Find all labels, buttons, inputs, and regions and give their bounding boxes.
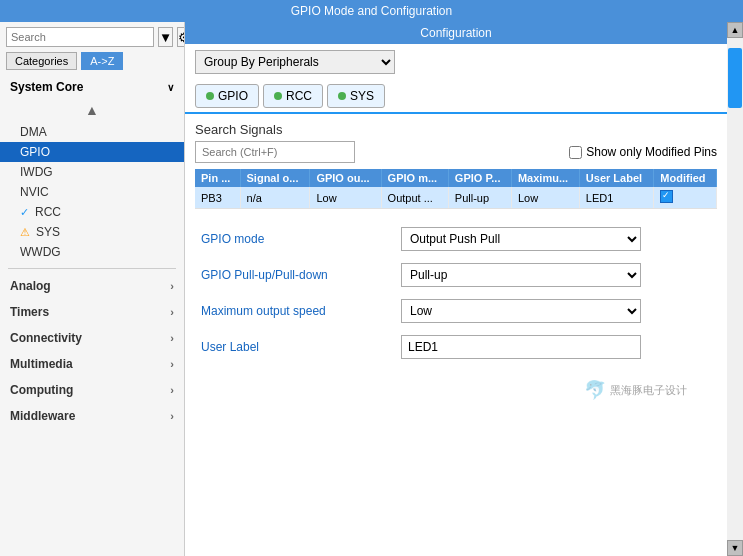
signals-title: Search Signals (195, 122, 717, 137)
sidebar-cat-analog[interactable]: Analog › (0, 273, 184, 299)
table-header-row: Pin ... Signal o... GPIO ou... GPIO m...… (195, 169, 717, 187)
watermark: 🐬 黑海豚电子设计 (584, 379, 687, 401)
top-bar: GPIO Mode and Configuration (0, 0, 743, 22)
user-label-label: User Label (201, 340, 401, 354)
sidebar-item-iwdg[interactable]: IWDG (0, 162, 184, 182)
tab-sys[interactable]: SYS (327, 84, 385, 108)
sidebar-cat-middleware[interactable]: Middleware › (0, 403, 184, 429)
rcc-dot (274, 92, 282, 100)
sidebar-item-gpio[interactable]: GPIO (0, 142, 184, 162)
show-modified-row: Show only Modified Pins (569, 145, 717, 159)
sidebar-cat-timers[interactable]: Timers › (0, 299, 184, 325)
max-speed-row: Maximum output speed Low Medium High (201, 299, 711, 323)
sidebar-cat-connectivity[interactable]: Connectivity › (0, 325, 184, 351)
show-modified-checkbox[interactable] (569, 146, 582, 159)
cell-gpio-mode: Output ... (381, 187, 448, 209)
gpio-dot (206, 92, 214, 100)
col-gpio-output[interactable]: GPIO ou... (310, 169, 381, 187)
gpio-mode-label: GPIO mode (201, 232, 401, 246)
system-core-chevron: ∨ (167, 82, 174, 93)
sidebar-tabs: Categories A->Z (0, 52, 184, 74)
sidebar-search-button[interactable]: ▼ (158, 27, 173, 47)
gpio-pull-label: GPIO Pull-up/Pull-down (201, 268, 401, 282)
show-modified-label: Show only Modified Pins (586, 145, 717, 159)
scroll-down-button[interactable]: ▼ (727, 540, 743, 556)
table-row[interactable]: PB3 n/a Low Output ... Pull-up Low LED1 (195, 187, 717, 209)
tab-gpio[interactable]: GPIO (195, 84, 259, 108)
sidebar-search-input[interactable] (6, 27, 154, 47)
analog-arrow: › (170, 280, 174, 292)
col-max-speed[interactable]: Maximu... (511, 169, 579, 187)
modified-checkbox (660, 190, 673, 203)
col-modified[interactable]: Modified (654, 169, 717, 187)
sidebar-divider-1 (8, 268, 176, 269)
col-gpio-mode[interactable]: GPIO m... (381, 169, 448, 187)
gpio-mode-select[interactable]: Output Push Pull Output Open Drain Input… (401, 227, 641, 251)
sidebar-settings-button[interactable]: ⚙ (177, 27, 185, 47)
gpio-pull-row: GPIO Pull-up/Pull-down No pull-up and no… (201, 263, 711, 287)
cell-gpio-output: Low (310, 187, 381, 209)
tab-categories[interactable]: Categories (6, 52, 77, 70)
top-bar-title: GPIO Mode and Configuration (291, 4, 452, 18)
cell-pin: PB3 (195, 187, 240, 209)
cell-user-label: LED1 (579, 187, 654, 209)
max-speed-label: Maximum output speed (201, 304, 401, 318)
sidebar: ▼ ⚙ Categories A->Z System Core ∨ ▲ DMA … (0, 22, 185, 556)
user-label-row: User Label (201, 335, 711, 359)
sidebar-cat-multimedia[interactable]: Multimedia › (0, 351, 184, 377)
connectivity-arrow: › (170, 332, 174, 344)
tab-az[interactable]: A->Z (81, 52, 123, 70)
scroll-track[interactable] (727, 38, 743, 540)
max-speed-select[interactable]: Low Medium High (401, 299, 641, 323)
col-signal[interactable]: Signal o... (240, 169, 310, 187)
scroll-up-button[interactable]: ▲ (727, 22, 743, 38)
sidebar-item-nvic[interactable]: NVIC (0, 182, 184, 202)
cell-signal: n/a (240, 187, 310, 209)
main-content: Configuration Group By Peripherals GPIO … (185, 22, 727, 556)
cell-max-speed: Low (511, 187, 579, 209)
scroll-thumb[interactable] (728, 48, 742, 108)
sidebar-search-row: ▼ ⚙ (0, 22, 184, 52)
cell-gpio-pull: Pull-up (448, 187, 511, 209)
timers-arrow: › (170, 306, 174, 318)
signals-section: Search Signals Show only Modified Pins P… (185, 114, 727, 217)
gpio-mode-row: GPIO mode Output Push Pull Output Open D… (201, 227, 711, 251)
config-tabs-row: GPIO RCC SYS (185, 80, 727, 114)
sidebar-item-sys[interactable]: SYS (0, 222, 184, 242)
system-core-items: DMA GPIO IWDG NVIC RCC SYS WWDG (0, 120, 184, 264)
group-by-select[interactable]: Group By Peripherals (195, 50, 395, 74)
sidebar-item-wwdg[interactable]: WWDG (0, 242, 184, 262)
right-scrollbar: ▲ ▼ (727, 22, 743, 556)
search-row: Show only Modified Pins (195, 141, 717, 163)
sys-dot (338, 92, 346, 100)
signals-table-body: PB3 n/a Low Output ... Pull-up Low LED1 (195, 187, 717, 209)
cell-modified (654, 187, 717, 209)
col-pin[interactable]: Pin ... (195, 169, 240, 187)
gpio-pull-select[interactable]: No pull-up and no pull-down Pull-up Pull… (401, 263, 641, 287)
signals-table: Pin ... Signal o... GPIO ou... GPIO m...… (195, 169, 717, 209)
sidebar-up-arrow: ▲ (0, 100, 184, 120)
config-properties: GPIO mode Output Push Pull Output Open D… (185, 217, 727, 381)
config-label: Configuration (185, 22, 727, 44)
col-gpio-pull[interactable]: GPIO P... (448, 169, 511, 187)
signals-table-head: Pin ... Signal o... GPIO ou... GPIO m...… (195, 169, 717, 187)
multimedia-arrow: › (170, 358, 174, 370)
sidebar-item-dma[interactable]: DMA (0, 122, 184, 142)
group-by-row: Group By Peripherals (185, 44, 727, 80)
system-core-header[interactable]: System Core ∨ (0, 74, 184, 100)
sidebar-item-rcc[interactable]: RCC (0, 202, 184, 222)
sidebar-cat-computing[interactable]: Computing › (0, 377, 184, 403)
signal-search-input[interactable] (195, 141, 355, 163)
middleware-arrow: › (170, 410, 174, 422)
col-user-label[interactable]: User Label (579, 169, 654, 187)
tab-rcc[interactable]: RCC (263, 84, 323, 108)
user-label-input[interactable] (401, 335, 641, 359)
computing-arrow: › (170, 384, 174, 396)
